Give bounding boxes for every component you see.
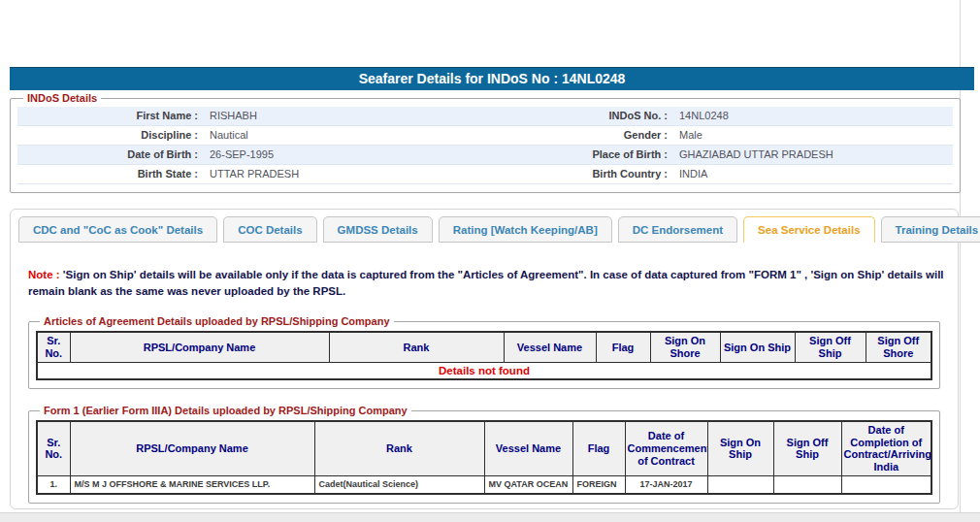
field-label: INDoS No. : — [491, 107, 671, 125]
field-value: UTTAR PRADESH — [202, 165, 491, 183]
column-header: Sign Off Shore — [866, 332, 931, 362]
column-header: Date of Commencement of Contract — [625, 421, 707, 475]
indos-details-legend: INDoS Details — [23, 92, 101, 104]
table-cell: 17-JAN-2017 — [625, 475, 707, 494]
field-value: 14NL0248 — [671, 107, 953, 125]
page: Seafarer Details for INDoS No : 14NL0248… — [0, 0, 980, 522]
field-label: Discipline : — [17, 126, 202, 145]
field-row: First Name : RISHABH INDoS No. : 14NL024… — [17, 107, 953, 126]
table-cell — [773, 475, 841, 494]
field-value: INDIA — [671, 165, 953, 183]
tab-sea-service-details[interactable]: Sea Service Details — [743, 216, 875, 243]
column-header: Vessel Name — [504, 332, 596, 362]
column-header: Rank — [329, 332, 504, 362]
column-header: Sign On Ship — [707, 421, 773, 475]
column-header: RPSL/Company Name — [70, 421, 314, 475]
page-title: Seafarer Details for INDoS No : 14NL0248 — [10, 67, 974, 90]
column-header: Flag — [596, 332, 650, 362]
tab-rating-watch-keeping-ab[interactable]: Rating [Watch Keeping/AB] — [439, 216, 612, 243]
column-header: Sign Off Ship — [773, 421, 841, 475]
column-header: Flag — [572, 421, 625, 475]
column-header: Rank — [314, 421, 484, 475]
column-header: Sign On Shore — [650, 332, 720, 362]
column-header: Date of Completion of Contract/Arriving … — [841, 421, 931, 475]
table-cell: MV QATAR OCEAN — [484, 475, 572, 494]
field-value: Male — [671, 126, 953, 145]
column-header: RPSL/Company Name — [70, 332, 329, 362]
table-cell: M/S M J OFFSHORE & MARINE SERVICES LLP. — [70, 475, 314, 494]
field-value: RISHABH — [202, 107, 491, 125]
column-header: Sign On Ship — [720, 332, 795, 362]
seafarer-tab-panel: CDC and "CoC as Cook" Details COC Detail… — [10, 209, 959, 509]
field-label: Date of Birth : — [17, 146, 202, 164]
tab-gmdss-details[interactable]: GMDSS Details — [323, 216, 433, 243]
tab-training-details[interactable]: Training Details — [881, 216, 980, 243]
column-header: Vessel Name — [484, 421, 572, 475]
field-row: Date of Birth : 26-SEP-1995 Place of Bir… — [17, 146, 953, 165]
form1-table: Sr. No.RPSL/Company NameRankVessel NameF… — [36, 420, 932, 495]
table-cell — [841, 475, 931, 494]
table-row: Details not found — [37, 362, 931, 379]
form1-legend: Form 1 (Earlier Form IIIA) Details uploa… — [40, 405, 411, 416]
form1-section: Form 1 (Earlier Form IIIA) Details uploa… — [28, 405, 940, 504]
field-value: GHAZIABAD UTTAR PRADESH — [671, 146, 953, 164]
articles-of-agreement-table: Sr. No.RPSL/Company NameRankVessel NameF… — [36, 331, 932, 380]
table-cell: 1. — [37, 475, 70, 494]
field-row: Discipline : Nautical Gender : Male — [17, 126, 953, 146]
tab-cdc-coc-as-cook-details[interactable]: CDC and "CoC as Cook" Details — [18, 216, 217, 243]
field-label: Gender : — [491, 126, 671, 145]
note-body: 'Sign on Ship' details will be available… — [28, 269, 944, 297]
tab-dc-endorsement[interactable]: DC Endorsement — [618, 216, 737, 243]
empty-message: Details not found — [37, 362, 931, 379]
field-value: Nautical — [202, 126, 491, 145]
tab-bar: CDC and "CoC as Cook" Details COC Detail… — [11, 210, 958, 243]
table-cell: Cadet(Nautical Science) — [314, 475, 484, 494]
field-label: First Name : — [17, 107, 202, 125]
articles-of-agreement-legend: Articles of Agreement Details uploaded b… — [40, 315, 394, 327]
field-value: 26-SEP-1995 — [202, 146, 491, 164]
table-cell — [707, 475, 773, 494]
articles-of-agreement-section: Articles of Agreement Details uploaded b… — [28, 315, 940, 389]
indos-details-section: INDoS Details First Name : RISHABH INDoS… — [10, 92, 961, 193]
column-header: Sign Off Ship — [795, 332, 866, 362]
field-label: Birth Country : — [491, 165, 671, 183]
table-row: 1.M/S M J OFFSHORE & MARINE SERVICES LLP… — [37, 475, 931, 494]
note-prefix: Note : — [28, 269, 63, 280]
tab-coc-details[interactable]: COC Details — [223, 216, 316, 243]
column-header: Sr. No. — [37, 421, 70, 475]
table-cell: FOREIGN — [572, 475, 625, 494]
field-row: Birth State : UTTAR PRADESH Birth Countr… — [17, 165, 953, 184]
column-header: Sr. No. — [37, 332, 70, 362]
field-label: Birth State : — [17, 165, 202, 183]
note-text: Note : 'Sign on Ship' details will be av… — [28, 267, 946, 299]
page-bottom-strip — [0, 512, 980, 522]
field-label: Place of Birth : — [491, 146, 671, 164]
